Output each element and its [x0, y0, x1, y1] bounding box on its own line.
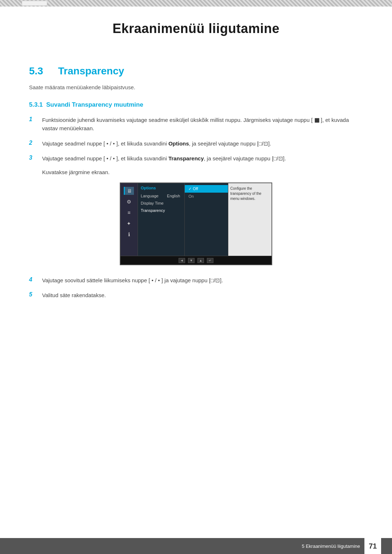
menu-item-displaytime: Display Time: [138, 200, 184, 207]
page-title: Ekraanimenüü liigutamine: [29, 21, 363, 36]
step-text-2: Vajutage seadmel nuppe [ • / • ], et lii…: [42, 139, 271, 148]
submenu-item-on: On: [185, 193, 228, 200]
menu-item-transparency: Transparency: [138, 207, 184, 214]
menu-item-language: Language English: [138, 192, 184, 200]
steps-list-2: 4 Vajutage soovitud sättele liikumiseks …: [29, 276, 363, 300]
step-1: 1 Funktsioonide juhendi kuvamiseks vajut…: [29, 116, 363, 133]
sidebar-icon-settings: ⚙: [124, 198, 134, 206]
step-text-1: Funktsioonide juhendi kuvamiseks vajutag…: [42, 116, 363, 133]
page-footer: 5 Ekraanimenüü liigutamine 71: [0, 538, 392, 554]
subsection-number: 5.3.1: [29, 101, 43, 108]
step-note: Kuvatakse järgmine ekraan.: [42, 169, 363, 175]
sidebar-icon-display: 🖥: [124, 187, 134, 195]
ctrl-btn-down: ▼: [188, 258, 195, 263]
monitor-screenshot: 🖥 ⚙ ≡ ✦ ℹ Options Language English Displ…: [120, 182, 272, 265]
step-num-3: 3: [29, 154, 36, 161]
step-text-4: Vajutage soovitud sättele liikumiseks nu…: [42, 276, 223, 284]
step-num-1: 1: [29, 116, 36, 123]
step-num-2: 2: [29, 139, 36, 146]
section-title: Transparency: [58, 65, 124, 77]
step-text-5: Valitud säte rakendatakse.: [42, 291, 106, 299]
step-text-3: Vajutage seadmel nuppe [ • / • ], et lii…: [42, 154, 286, 163]
section-heading: 5.3 Transparency: [29, 65, 363, 77]
sidebar-icon-menu: ≡: [124, 209, 134, 217]
step-num-4: 4: [29, 276, 36, 283]
section-number: 5.3: [29, 65, 51, 77]
help-text: Configure the transparency of the menu w…: [230, 186, 262, 201]
step-4: 4 Vajutage soovitud sättele liikumiseks …: [29, 276, 363, 284]
steps-list: 1 Funktsioonide juhendi kuvamiseks vajut…: [29, 116, 363, 163]
monitor-help: Configure the transparency of the menu w…: [228, 183, 271, 256]
page-title-area: Ekraanimenüü liigutamine: [0, 7, 392, 54]
step-num-5: 5: [29, 291, 36, 298]
language-value: English: [167, 194, 181, 198]
intro-text: Saate määrata menüüakende läbipaistvuse.: [29, 84, 363, 90]
top-stripe-bar: [22, 1, 47, 6]
monitor-sidebar: 🖥 ⚙ ≡ ✦ ℹ: [121, 183, 138, 256]
ctrl-btn-enter: ↵: [207, 258, 213, 263]
monitor-inner: 🖥 ⚙ ≡ ✦ ℹ Options Language English Displ…: [121, 183, 271, 256]
subsection-title: Suvandi Transparency muutmine: [46, 101, 143, 108]
step-5: 5 Valitud säte rakendatakse.: [29, 291, 363, 299]
footer-page-number: 71: [364, 538, 381, 554]
top-stripe: [0, 0, 392, 7]
step-3: 3 Vajutage seadmel nuppe [ • / • ], et l…: [29, 154, 363, 163]
ctrl-btn-left: ◄: [179, 258, 185, 263]
submenu-item-off: ✓ Off: [185, 185, 228, 193]
sidebar-icon-gear: ✦: [124, 219, 134, 227]
monitor-menu: Options Language English Display Time Tr…: [138, 183, 185, 256]
step-2: 2 Vajutage seadmel nuppe [ • / • ], et l…: [29, 139, 363, 148]
main-content: 5.3 Transparency Saate määrata menüüaken…: [0, 54, 392, 335]
menu-header: Options: [138, 185, 184, 192]
monitor-bottom-bar: ◄ ▼ ▲ ↵: [121, 256, 271, 264]
sidebar-icon-info: ℹ: [124, 230, 134, 238]
subsection-heading: 5.3.1 Suvandi Transparency muutmine: [29, 101, 363, 108]
footer-text: 5 Ekraanimenüü liigutamine: [302, 543, 360, 549]
monitor-submenu: ✓ Off On: [185, 183, 228, 256]
ctrl-btn-up: ▲: [197, 258, 204, 263]
